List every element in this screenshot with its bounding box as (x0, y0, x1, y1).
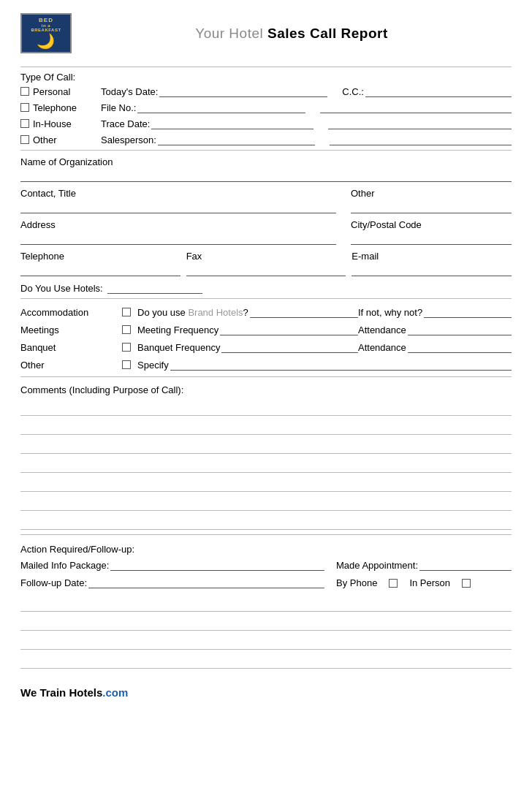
meetings-name: Meetings (20, 325, 115, 335)
comment-line-6[interactable] (20, 493, 512, 511)
city-col: City/Postal Code (351, 219, 512, 245)
in-person-checkbox[interactable] (462, 579, 471, 588)
cc-label: C.C.: (342, 86, 364, 97)
other-accom-check[interactable] (115, 360, 137, 369)
comment-line-2[interactable] (20, 417, 512, 435)
mailed-field[interactable] (110, 559, 324, 571)
made-appt-field[interactable] (419, 559, 512, 571)
city-field[interactable] (351, 232, 512, 245)
contact-label: Contact, Title (20, 188, 336, 199)
address-col: Address (20, 219, 336, 245)
salesperson-field[interactable] (158, 134, 315, 145)
comment-line-1[interactable] (20, 398, 512, 416)
in-person-label: In Person (409, 577, 450, 588)
other-specify-group: Specify (137, 359, 512, 371)
made-appt-right: Made Appointment: (336, 559, 512, 571)
banquet-attendance-field[interactable] (408, 341, 512, 353)
footer-line-2 (20, 613, 512, 631)
file-no-extra-field[interactable] (320, 102, 512, 113)
banquet-check[interactable] (115, 343, 137, 352)
section-divider-3 (20, 376, 512, 377)
footer-brand-regular: We Train Hotels (20, 686, 102, 699)
contact-row: Contact, Title Other (20, 188, 512, 213)
footer-line-3 (20, 632, 512, 650)
brand-hotels-field[interactable] (250, 306, 358, 318)
personal-checkbox[interactable] (20, 87, 29, 96)
type-of-call-label: Type Of Call: (20, 72, 512, 83)
telephone-col: Telephone (20, 251, 180, 276)
meetings-right: Attendance (358, 324, 512, 335)
personal-checkbox-label[interactable]: Personal (20, 86, 101, 97)
inhouse-checkbox-label[interactable]: In-House (20, 118, 101, 129)
followup-left: Follow-up Date: (20, 577, 324, 588)
meetings-mid: Meeting Frequency (137, 324, 358, 335)
if-not-why-label: If not, why not? (358, 307, 422, 318)
meetings-attendance-field[interactable] (408, 324, 512, 335)
telephone-field[interactable] (20, 263, 180, 276)
contact-col: Contact, Title (20, 188, 336, 213)
email-label: E-mail (352, 251, 512, 262)
by-phone-right: By Phone In Person (336, 577, 512, 588)
salesperson-extra-field[interactable] (330, 134, 512, 145)
specify-label: Specify (137, 360, 169, 371)
todays-date-field[interactable] (159, 86, 327, 97)
address-label: Address (20, 219, 336, 230)
accommodation-checkbox[interactable] (122, 308, 131, 316)
mailed-label: Mailed Info Package: (20, 560, 109, 571)
do-you-label: Do You Use Hotels: (20, 283, 103, 294)
org-field[interactable] (20, 169, 512, 182)
other-col: Other (351, 188, 512, 213)
footer-brand: We Train Hotels.com (20, 686, 512, 699)
telephone-checkbox[interactable] (20, 103, 29, 112)
brand-hotels: Brand Hotels (188, 307, 243, 318)
footer-line-1 (20, 594, 512, 612)
fax-field[interactable] (186, 263, 346, 276)
file-no-group: File No.: (101, 102, 512, 113)
other-field[interactable] (351, 200, 512, 213)
section-divider-2 (20, 298, 512, 299)
fax-col: Fax (186, 251, 346, 276)
other-checkbox-label[interactable]: Other (20, 134, 101, 145)
banquet-freq-field[interactable] (221, 341, 358, 353)
if-not-why-field[interactable] (424, 306, 512, 318)
accommodation-row: Accommodation Do you use Brand Hotels? I… (20, 306, 512, 318)
banquet-checkbox[interactable] (122, 343, 131, 352)
action-label: Action Required/Follow-up: (20, 544, 512, 555)
logo-bed-text: BED (39, 17, 53, 23)
other-accom-checkbox[interactable] (122, 360, 131, 369)
by-phone-checkbox[interactable] (389, 579, 398, 588)
inhouse-row: In-House Trace Date: (20, 118, 512, 129)
comment-line-5[interactable] (20, 474, 512, 492)
type-of-call-section: Type Of Call: Personal Today's Date: C.C… (20, 72, 512, 145)
specify-field[interactable] (170, 359, 512, 371)
other-checkbox[interactable] (20, 135, 29, 144)
comment-line-4[interactable] (20, 455, 512, 473)
trace-date-extra-field[interactable] (328, 118, 512, 129)
accommodation-check[interactable] (115, 308, 137, 316)
comment-line-7[interactable] (20, 512, 512, 530)
banquet-row: Banquet Banquet Frequency Attendance (20, 341, 512, 353)
file-no-field[interactable] (137, 102, 305, 113)
action-section: Action Required/Follow-up: Mailed Info P… (20, 544, 512, 588)
trace-date-field[interactable] (151, 118, 314, 129)
meetings-check[interactable] (115, 325, 137, 334)
comment-line-3[interactable] (20, 436, 512, 454)
mailed-left: Mailed Info Package: (20, 559, 324, 571)
accommodation-name: Accommodation (20, 307, 115, 318)
followup-field[interactable] (88, 577, 324, 588)
cc-field[interactable] (365, 86, 512, 97)
title-bold: Sales Call Report (267, 26, 388, 41)
meeting-freq-label: Meeting Frequency (137, 325, 218, 335)
telephone-checkbox-label[interactable]: Telephone (20, 102, 101, 113)
page-title: Your Hotel Sales Call Report (72, 26, 512, 42)
meetings-checkbox[interactable] (122, 325, 131, 334)
email-field[interactable] (352, 263, 512, 276)
header-divider (20, 67, 512, 67)
address-field[interactable] (20, 232, 336, 245)
meeting-freq-field[interactable] (220, 324, 358, 335)
inhouse-checkbox[interactable] (20, 119, 29, 128)
banquet-mid: Banquet Frequency (137, 341, 358, 353)
do-you-field[interactable] (107, 282, 202, 294)
personal-label: Personal (33, 86, 70, 97)
contact-field[interactable] (20, 200, 336, 213)
